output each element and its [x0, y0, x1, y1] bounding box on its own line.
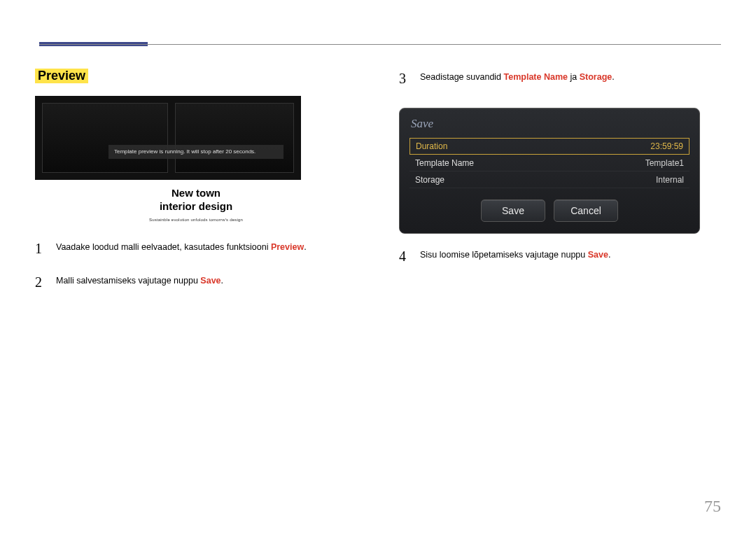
step-item: 2 Malli salvestamiseks vajutage nuppu Sa… [35, 272, 357, 292]
highlight-save: Save [588, 250, 608, 260]
row-label: Template Name [415, 158, 474, 168]
dialog-row-duration[interactable]: Duration 23:59:59 [410, 138, 690, 155]
caption-subtitle: Sustainble evolution unfolods tomorrw's … [35, 218, 357, 222]
step-item: 3 Seadistage suvandid Template Name ja S… [399, 69, 721, 88]
caption-title: New town interior design [35, 187, 357, 213]
left-column: Preview Template preview is running. It … [35, 69, 357, 306]
row-label: Duration [416, 141, 447, 151]
highlight-save: Save [200, 276, 220, 286]
section-title: Preview [35, 69, 88, 83]
highlight-storage: Storage [580, 72, 612, 82]
dialog-row-template-name[interactable]: Template Name Template1 [410, 155, 690, 171]
cancel-button[interactable]: Cancel [554, 199, 618, 222]
save-dialog: Save Duration 23:59:59 Template Name Tem… [399, 108, 700, 234]
row-value: Template1 [645, 158, 684, 168]
step-number: 3 [399, 69, 409, 88]
step-number: 1 [35, 239, 45, 258]
step-item: 4 Sisu loomise lõpetamiseks vajutage nup… [399, 246, 721, 266]
save-button[interactable]: Save [481, 199, 545, 222]
left-steps-list: 1 Vaadake loodud malli eelvaadet, kasuta… [35, 239, 357, 292]
step-text: Vaadake loodud malli eelvaadet, kasutade… [56, 239, 307, 254]
row-value: 23:59:59 [650, 141, 683, 151]
preview-screen-right [175, 103, 294, 173]
dialog-title: Save [411, 117, 690, 131]
dialog-row-storage[interactable]: Storage Internal [410, 171, 690, 188]
row-value: Internal [656, 175, 684, 185]
caption-line-1: New town [35, 187, 357, 200]
highlight-template-name: Template Name [504, 72, 568, 82]
row-label: Storage [415, 175, 444, 185]
right-column: 3 Seadistage suvandid Template Name ja S… [399, 69, 721, 306]
horizontal-rule [39, 44, 721, 45]
highlight-preview: Preview [271, 242, 304, 252]
step-number: 4 [399, 246, 409, 266]
step-item: 1 Vaadake loodud malli eelvaadet, kasuta… [35, 239, 357, 258]
preview-running-message: Template preview is running. It will sto… [108, 145, 284, 159]
caption-line-2: interior design [35, 200, 357, 213]
step-text: Sisu loomise lõpetamiseks vajutage nuppu… [420, 246, 610, 262]
step-text: Seadistage suvandid Template Name ja Sto… [420, 69, 615, 84]
step-number: 2 [35, 272, 45, 292]
page-number: 75 [704, 497, 721, 516]
preview-screen-left [42, 103, 168, 173]
template-preview-thumbnail: Template preview is running. It will sto… [35, 96, 301, 180]
step-text: Malli salvestamiseks vajutage nuppu Save… [56, 272, 223, 288]
